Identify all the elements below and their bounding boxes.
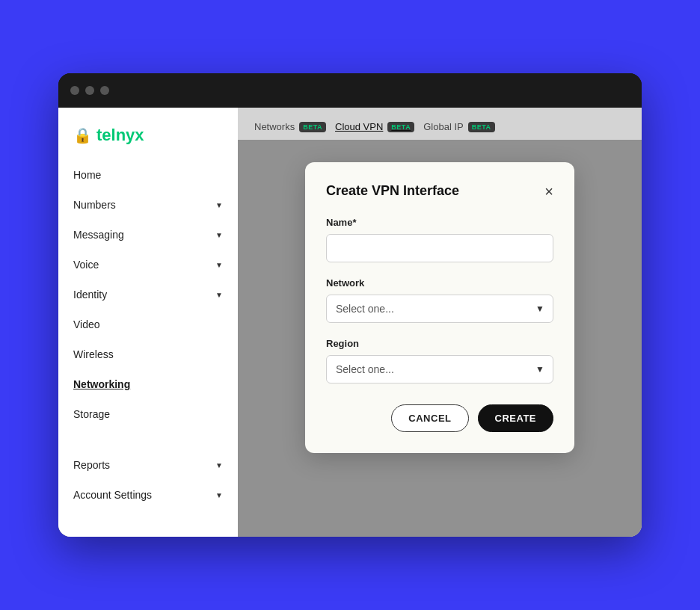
- logo-icon: 🔒: [73, 126, 92, 144]
- chevron-down-icon: ▼: [215, 201, 223, 209]
- sidebar-item-voice-label: Voice: [73, 259, 99, 271]
- tab-global-ip[interactable]: Global IP BETA: [422, 118, 496, 140]
- tab-global-ip-badge: BETA: [468, 122, 495, 132]
- sidebar-item-numbers-label: Numbers: [73, 199, 116, 211]
- browser-titlebar: [58, 73, 642, 108]
- sidebar-item-home[interactable]: Home: [58, 160, 238, 190]
- logo-label: telnyx: [96, 126, 144, 145]
- sidebar: 🔒 telnyx Home Numbers ▼ Messaging ▼ Voic…: [58, 108, 238, 537]
- modal-close-button[interactable]: ×: [544, 184, 553, 199]
- browser-content: 🔒 telnyx Home Numbers ▼ Messaging ▼ Voic…: [58, 108, 642, 537]
- name-label: Name*: [326, 217, 553, 228]
- browser-window: 🔒 telnyx Home Numbers ▼ Messaging ▼ Voic…: [58, 73, 642, 537]
- sidebar-item-video[interactable]: Video: [58, 309, 238, 339]
- chevron-down-icon: ▼: [215, 461, 223, 469]
- traffic-lights: [70, 86, 109, 95]
- sidebar-item-messaging[interactable]: Messaging ▼: [58, 220, 238, 250]
- sidebar-item-networking-label: Networking: [73, 378, 130, 390]
- traffic-light-minimize[interactable]: [85, 86, 94, 95]
- modal-header: Create VPN Interface ×: [326, 183, 553, 199]
- chevron-down-icon: ▼: [215, 291, 223, 299]
- modal-actions: CANCEL CREATE: [326, 404, 553, 432]
- name-input[interactable]: [326, 234, 553, 262]
- sidebar-item-wireless[interactable]: Wireless: [58, 339, 238, 369]
- network-select[interactable]: Select one...: [326, 295, 553, 323]
- tab-networks-badge: BETA: [299, 122, 326, 132]
- sidebar-item-account-settings[interactable]: Account Settings ▼: [58, 480, 238, 510]
- sidebar-item-numbers[interactable]: Numbers ▼: [58, 190, 238, 220]
- sidebar-item-networking[interactable]: Networking: [58, 369, 238, 399]
- traffic-light-close[interactable]: [70, 86, 79, 95]
- traffic-light-maximize[interactable]: [100, 86, 109, 95]
- chevron-down-icon: ▼: [215, 491, 223, 499]
- tab-cloud-vpn[interactable]: Cloud VPN BETA: [334, 118, 416, 140]
- sidebar-item-identity-label: Identity: [73, 289, 107, 301]
- tab-networks[interactable]: Networks BETA: [253, 118, 328, 140]
- modal-overlay: Create VPN Interface × Name* Network Se: [238, 140, 642, 537]
- sidebar-item-home-label: Home: [73, 169, 101, 181]
- logo: 🔒 telnyx: [73, 126, 223, 145]
- region-select[interactable]: Select one...: [326, 355, 553, 383]
- region-select-wrapper: Select one... ▼: [326, 355, 553, 383]
- main-area: Networks BETA Cloud VPN BETA Global IP B…: [238, 108, 642, 537]
- sidebar-item-storage[interactable]: Storage: [58, 399, 238, 429]
- tab-cloud-vpn-label: Cloud VPN: [335, 121, 383, 132]
- sidebar-item-video-label: Video: [73, 318, 100, 330]
- sidebar-item-storage-label: Storage: [73, 408, 110, 420]
- sidebar-item-identity[interactable]: Identity ▼: [58, 280, 238, 309]
- sidebar-item-reports-label: Reports: [73, 459, 110, 471]
- sidebar-item-reports[interactable]: Reports ▼: [58, 450, 238, 480]
- name-field-group: Name*: [326, 217, 553, 262]
- sidebar-item-account-settings-label: Account Settings: [73, 489, 152, 501]
- sidebar-item-messaging-label: Messaging: [73, 229, 124, 241]
- modal-title: Create VPN Interface: [326, 183, 459, 199]
- sidebar-nav: Home Numbers ▼ Messaging ▼ Voice ▼ Ident…: [58, 160, 238, 537]
- main-tabs: Networks BETA Cloud VPN BETA Global IP B…: [238, 108, 642, 140]
- tab-networks-label: Networks: [254, 121, 295, 132]
- network-label: Network: [326, 277, 553, 289]
- network-select-wrapper: Select one... ▼: [326, 295, 553, 323]
- cancel-button[interactable]: CANCEL: [391, 404, 468, 432]
- sidebar-item-voice[interactable]: Voice ▼: [58, 250, 238, 280]
- chevron-down-icon: ▼: [215, 231, 223, 239]
- create-vpn-modal: Create VPN Interface × Name* Network Se: [305, 162, 574, 453]
- region-field-group: Region Select one... ▼: [326, 338, 553, 383]
- chevron-down-icon: ▼: [215, 261, 223, 269]
- sidebar-bottom: Reports ▼ Account Settings ▼: [58, 444, 238, 516]
- network-field-group: Network Select one... ▼: [326, 277, 553, 323]
- sidebar-item-wireless-label: Wireless: [73, 348, 114, 360]
- tab-cloud-vpn-badge: BETA: [387, 122, 414, 132]
- create-button[interactable]: CREATE: [478, 404, 553, 432]
- region-label: Region: [326, 338, 553, 349]
- tab-global-ip-label: Global IP: [423, 121, 463, 132]
- sidebar-logo: 🔒 telnyx: [58, 120, 238, 160]
- main-body: Create VPN Interface × Name* Network Se: [238, 140, 642, 537]
